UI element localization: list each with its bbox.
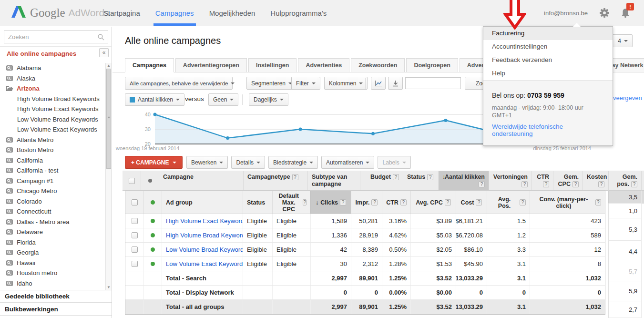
menu-item-help[interactable]: Help (483, 67, 613, 80)
tab-advertentiegroepen[interactable]: Advertentiegroepen (175, 58, 247, 72)
help-icon[interactable]: ? (572, 181, 579, 187)
column-header-aantal-klikken[interactable]: ↓Aantal klikken? (439, 171, 489, 190)
new-campaign-button[interactable]: + CAMPAGNE (125, 156, 183, 169)
sidebar-item-delaware[interactable]: Delaware (0, 227, 105, 237)
bewerken-button[interactable]: Bewerken (186, 156, 228, 169)
checkbox[interactable] (132, 232, 138, 238)
column-header-campagne[interactable]: Campagne (159, 171, 243, 190)
sidebar-item-colorado[interactable]: Colorado (0, 196, 105, 207)
sidebar-collapse-button[interactable]: « (99, 48, 109, 57)
checkbox[interactable] (132, 261, 138, 267)
checkbox[interactable] (129, 178, 135, 184)
sidebar-item-arizona[interactable]: Arizona (0, 83, 105, 94)
sidebar-search-input[interactable] (4, 33, 98, 41)
scrollbar-down-icon[interactable]: ▼ (106, 285, 112, 289)
column-header-budget[interactable]: Budget? (360, 171, 403, 190)
help-icon[interactable]: ? (520, 199, 526, 205)
chart-granularity-dropdown[interactable]: Dagelijks (249, 93, 288, 106)
column-header-ad-group[interactable]: Ad group (162, 191, 243, 214)
nav-item-campagnes[interactable]: Campagnes (153, 0, 196, 26)
menu-item-feedback-verzenden[interactable]: Feedback verzenden (483, 53, 613, 67)
checkbox[interactable] (132, 218, 138, 224)
column-header-default-max-cpc[interactable]: Default Max. CPC? (272, 191, 310, 214)
tab-campagnes[interactable]: Campagnes (125, 58, 174, 72)
help-icon[interactable]: ? (476, 199, 482, 205)
column-header-clicks[interactable]: ↓Clicks? (310, 191, 351, 214)
sidebar-item-idaho[interactable]: Idaho (0, 278, 105, 289)
tab-instellingen[interactable]: Instellingen (248, 58, 296, 72)
toggle-chart-button[interactable] (371, 77, 386, 90)
tab-zoekwoorden[interactable]: Zoekwoorden (351, 58, 405, 72)
sidebar-item-dallas-metro-area[interactable]: Dallas - Metro area (0, 217, 105, 227)
scrollbar-up-icon[interactable]: ▲ (106, 63, 112, 68)
campaign-filter-dropdown[interactable]: Alle campagnes, behalve de verwijderde (125, 77, 233, 90)
column-header-impr[interactable]: Impr.? (351, 191, 382, 214)
sidebar-item-alaska[interactable]: Alaska (0, 73, 105, 84)
notification-badge[interactable]: ! (626, 3, 634, 10)
adgroup-link[interactable]: High Volume Exact Keywords (166, 217, 243, 225)
tab-advertenties[interactable]: Advertenties (298, 58, 349, 72)
checkbox[interactable] (132, 199, 138, 205)
sidebar-scrollbar[interactable]: ▲ ▼ (105, 63, 112, 290)
sidebar-item-georgia[interactable]: Georgia (0, 247, 105, 258)
adgroup-link[interactable]: High Volume Broad Keywords (166, 232, 243, 239)
checkbox[interactable] (132, 246, 138, 253)
help-icon[interactable]: ? (292, 174, 298, 180)
settings-gear-icon[interactable] (599, 8, 610, 20)
menu-item-accountinstellingen[interactable]: Accountinstellingen (483, 40, 613, 53)
column-header-avg-pos[interactable]: Avg. Pos.? (487, 191, 530, 214)
column-header-campagnetype[interactable]: Campagnetype? (243, 171, 307, 190)
column-header-avg-cpc[interactable]: Avg. CPC? (410, 191, 456, 214)
column-header-cost[interactable]: Cost? (456, 191, 487, 214)
column-header-subtype-van-campagne[interactable]: Subtype van campagne (307, 171, 360, 190)
sidebar-item-california-test[interactable]: California - test (0, 165, 105, 176)
sidebar-item-high-volume-broad-keywords[interactable]: High Volume Broad Keywords (0, 94, 105, 104)
sidebar-item-high-volume-exact-keywords[interactable]: High Volume Exact Keywords (0, 104, 105, 114)
sidebar-item-low-volume-exact-keywords[interactable]: Low Volume Exact Keywords (0, 124, 105, 135)
nav-item-mogelijkheden[interactable]: Mogelijkheden (207, 0, 257, 26)
scrollbar-thumb[interactable] (106, 69, 111, 169)
column-header-ctr[interactable]: CTR? (532, 171, 553, 190)
chart-compare-dropdown[interactable]: Geen (208, 93, 238, 106)
help-icon[interactable]: ? (445, 199, 451, 205)
sidebar-item-houston-metro[interactable]: Houston metro (0, 268, 105, 278)
biedstrategie-button[interactable]: Biedstrategie (268, 156, 318, 169)
adgroup-link[interactable]: Low Volume Exact Keywords (166, 260, 243, 267)
sidebar-item-campaign-1[interactable]: Campaign #1 (0, 176, 105, 186)
help-icon[interactable]: ? (479, 181, 485, 187)
filter-dropdown[interactable]: Filter (291, 77, 320, 90)
help-icon[interactable]: ? (521, 181, 528, 187)
worldwide-support-link[interactable]: Wereldwijde telefonische ondersteuning (492, 123, 604, 137)
help-icon[interactable]: ? (595, 199, 601, 205)
account-email[interactable]: info@bronso.be (544, 10, 588, 17)
table-search-input[interactable] (405, 77, 461, 89)
column-header-gem-pos[interactable]: Gem. pos.? (608, 171, 641, 191)
sidebar-item-hawaii[interactable]: Hawaii (0, 258, 105, 268)
segment-dropdown[interactable]: Segmenteren (246, 77, 297, 90)
column-header-vertoningen[interactable]: Vertoningen? (489, 171, 532, 190)
help-icon[interactable]: ? (371, 199, 378, 205)
sidebar-item-california[interactable]: California (0, 155, 105, 166)
nav-item-startpagina[interactable]: Startpagina (102, 0, 142, 26)
sidebar-item-shared-library[interactable]: Gedeelde bibliotheek (0, 290, 112, 302)
help-icon[interactable]: ? (631, 181, 637, 187)
column-header-kosten[interactable]: Kosten? (583, 171, 608, 190)
sidebar-item-connecticutt[interactable]: Connecticutt (0, 206, 105, 217)
adgroup-link[interactable]: Low Volume Broad Keywords (166, 246, 243, 253)
automatiseren-button[interactable]: Automatiseren (321, 156, 374, 169)
help-icon[interactable]: ? (400, 199, 407, 205)
sidebar-item-atlanta-metro[interactable]: Atlanta Metro (0, 135, 105, 145)
details-button[interactable]: Details (231, 156, 265, 169)
sidebar-item-alabama[interactable]: Alabama (0, 63, 105, 73)
sidebar-item-low-volume-broad-keywords[interactable]: Low Volume Broad Keywords (0, 114, 105, 125)
help-icon[interactable]: ? (598, 181, 604, 187)
tab-doelgroepen[interactable]: Doelgroepen (406, 58, 458, 72)
help-icon[interactable]: ? (340, 199, 346, 205)
help-icon[interactable]: ? (393, 174, 399, 180)
help-icon[interactable]: ? (427, 174, 433, 180)
chart-metric-dropdown[interactable]: Aantal klikken (125, 93, 184, 106)
column-header-status[interactable]: Status (243, 191, 272, 214)
weergeven-link[interactable]: veergeven (613, 94, 642, 102)
sidebar-item-chicago-metro[interactable]: Chicago Metro (0, 186, 105, 196)
sidebar-item-florida[interactable]: Florida (0, 237, 105, 248)
